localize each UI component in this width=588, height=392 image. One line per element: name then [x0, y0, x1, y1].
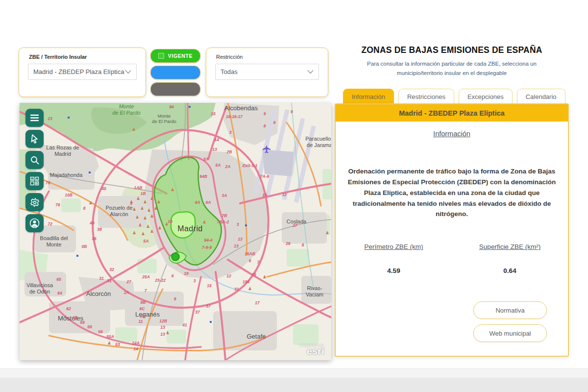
zbe-filter-card: ZBE / Territorio Insular Madrid - ZBEDEP…: [19, 48, 146, 97]
zone-title-bar: Madrid - ZBEDEP Plaza Elíptica: [336, 104, 568, 122]
cursor-icon: [30, 134, 39, 144]
perimeter-label[interactable]: Perímetro ZBE (km): [364, 243, 423, 250]
zbe-filter-label: ZBE / Territorio Insular: [29, 54, 146, 60]
central-district-polygon: [171, 212, 195, 238]
basemap-grid-icon: [30, 176, 39, 186]
footer-strip-light: [0, 368, 588, 378]
surface-stat: Superficie ZBE (km²) 0.64: [452, 242, 568, 274]
informacion-link[interactable]: Información: [433, 130, 470, 138]
search-icon: [30, 156, 39, 165]
legend-pill-vigente[interactable]: VIGENTE: [150, 49, 200, 63]
tab-informacion[interactable]: Información: [343, 89, 394, 104]
tab-bar: Información Restricciones Excepciones Ca…: [343, 89, 565, 104]
surface-value: 0.64: [452, 267, 568, 274]
zone-stats: Perímetro ZBE (km) 4.59 Superficie ZBE (…: [336, 242, 568, 274]
page-subtitle: Para consultar la información particular…: [344, 59, 560, 78]
restriction-select-value: Todas: [220, 68, 238, 75]
panel-buttons: Normativa Web municipal: [473, 301, 547, 342]
search-button[interactable]: [25, 151, 44, 169]
basemap-graphic: [20, 103, 331, 360]
hamburger-icon: [30, 114, 39, 122]
checkbox-icon: [158, 53, 164, 59]
settings-button[interactable]: [25, 193, 44, 211]
map-attribution: POWERED BY esri: [299, 344, 324, 355]
legend-pill-blue[interactable]: [150, 66, 200, 79]
gear-icon: [30, 197, 40, 207]
legend-pill-gray[interactable]: [150, 82, 200, 96]
restriction-filter-card: Restricción Todas: [206, 48, 328, 97]
menu-button[interactable]: [25, 109, 44, 127]
zbe-select-value: Madrid - ZBEDEP Plaza Elíptica: [33, 68, 124, 75]
plaza-eliptica-marker: [172, 253, 179, 261]
basemap-gallery-button[interactable]: [25, 172, 44, 190]
web-municipal-button[interactable]: Web municipal: [473, 324, 547, 342]
perimeter-value: 4.59: [336, 267, 452, 274]
zbe-select[interactable]: Madrid - ZBEDEP Plaza Elíptica: [28, 64, 137, 80]
page-header: ZONAS DE BAJAS EMISIONES DE ESPAÑA Para …: [335, 45, 569, 78]
map-canvas[interactable]: Monte de El PardoMonte de El PardoAlcobe…: [20, 103, 331, 360]
page-title: ZONAS DE BAJAS EMISIONES DE ESPAÑA: [335, 45, 569, 55]
tab-restricciones[interactable]: Restricciones: [398, 89, 454, 104]
tab-excepciones[interactable]: Excepciones: [459, 89, 513, 104]
restriction-filter-label: Restricción: [216, 54, 328, 60]
select-tool-button[interactable]: [25, 130, 44, 148]
chevron-down-icon: [125, 70, 131, 74]
user-icon: [29, 218, 40, 228]
normativa-button[interactable]: Normativa: [473, 301, 547, 319]
legend-pill-label: VIGENTE: [168, 53, 193, 59]
perimeter-stat: Perímetro ZBE (km) 4.59: [336, 242, 452, 274]
footer-strip-dark: [0, 378, 588, 392]
esri-logo: esri: [299, 347, 324, 355]
info-panel: Madrid - ZBEDEP Plaza Elíptica Informaci…: [335, 103, 569, 357]
user-button[interactable]: [25, 214, 44, 232]
map-controls: [25, 109, 44, 232]
zone-description: Ordenación permanente de tráfico bajo la…: [341, 166, 563, 220]
tab-calendario[interactable]: Calendario: [517, 89, 565, 104]
chevron-down-icon: [307, 70, 314, 74]
surface-label[interactable]: Superficie ZBE (km²): [479, 243, 540, 250]
restriction-select[interactable]: Todas: [215, 64, 319, 80]
